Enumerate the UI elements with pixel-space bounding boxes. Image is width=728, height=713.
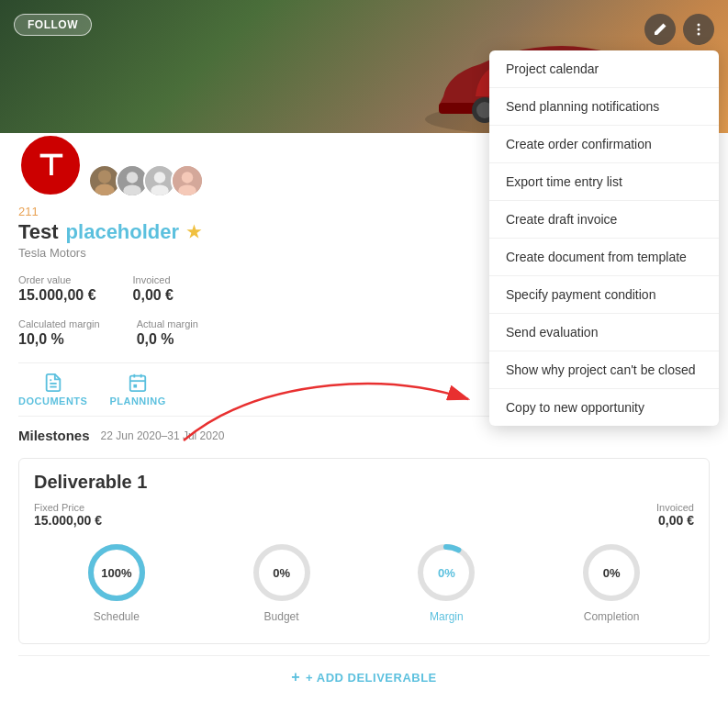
- add-deliverable-button[interactable]: + + ADD DELIVERABLE: [18, 655, 710, 698]
- dropdown-menu: Project calendar Send planning notificat…: [489, 50, 719, 426]
- dropdown-item-create-order[interactable]: Create order confirmation: [489, 126, 719, 163]
- title-highlighted: placeholder: [66, 220, 179, 244]
- fixed-price-info: Fixed Price 15.000,00 €: [34, 502, 102, 528]
- header-icons: [644, 14, 714, 45]
- progress-circles: 100% Schedule 0% Budget: [34, 540, 694, 623]
- completion-circle-item: 0% Completion: [579, 540, 644, 623]
- deliverable-invoiced-info: Invoiced 0,00 €: [656, 502, 694, 528]
- order-value: 15.000,00 €: [18, 287, 96, 304]
- invoiced-metric: Invoiced 0,00 €: [133, 274, 174, 304]
- invoiced-value: 0,00 €: [133, 287, 174, 304]
- dropdown-item-create-draft[interactable]: Create draft invoice: [489, 201, 719, 239]
- milestones-title: Milestones: [18, 428, 90, 443]
- schedule-percent: 100%: [101, 566, 131, 580]
- actual-margin-value: 0,0 %: [137, 331, 198, 348]
- avatar-4: [171, 164, 204, 197]
- documents-nav[interactable]: DOCUMENTS: [18, 373, 87, 407]
- fixed-price-value: 15.000,00 €: [34, 513, 102, 528]
- dropdown-item-send-evaluation[interactable]: Send evaluation: [489, 314, 719, 351]
- svg-point-14: [123, 184, 141, 195]
- deliverable-invoiced-label: Invoiced: [656, 502, 694, 513]
- dropdown-item-show-why[interactable]: Show why project can't be closed: [489, 351, 719, 389]
- svg-point-7: [698, 28, 700, 31]
- deliverable-section: Deliverable 1 Fixed Price 15.000,00 € In…: [18, 458, 710, 644]
- svg-rect-27: [134, 384, 138, 388]
- actual-margin-label: Actual margin: [137, 318, 198, 329]
- svg-point-10: [95, 184, 114, 197]
- svg-rect-23: [130, 376, 146, 392]
- dropdown-item-create-document[interactable]: Create document from template: [489, 239, 719, 276]
- dropdown-item-copy-opportunity[interactable]: Copy to new opportunity: [489, 389, 719, 426]
- documents-label: DOCUMENTS: [18, 395, 87, 407]
- svg-point-11: [98, 170, 111, 183]
- team-avatars: [94, 164, 204, 197]
- calc-margin-label: Calculated margin: [18, 318, 100, 329]
- documents-icon: [43, 373, 63, 393]
- order-value-metric: Order value 15.000,00 €: [18, 274, 96, 304]
- deliverable-invoiced-value: 0,00 €: [656, 513, 694, 528]
- invoiced-label: Invoiced: [133, 274, 174, 285]
- svg-point-6: [698, 24, 700, 27]
- svg-point-16: [154, 172, 165, 183]
- budget-circle: 0%: [250, 540, 314, 605]
- completion-label: Completion: [584, 610, 640, 623]
- margin-circle: 0%: [414, 540, 478, 605]
- svg-point-19: [182, 172, 193, 183]
- calc-margin-metric: Calculated margin 10,0 %: [18, 318, 100, 348]
- schedule-label: Schedule: [94, 610, 140, 623]
- deliverable-title: Deliverable 1: [34, 472, 694, 493]
- add-deliverable-label: + ADD DELIVERABLE: [306, 671, 437, 685]
- milestones-row: Milestones 22 Jun 2020–31 Jul 2020: [18, 428, 710, 443]
- schedule-circle-item: 100% Schedule: [84, 540, 149, 623]
- order-value-label: Order value: [18, 274, 96, 285]
- dropdown-item-project-calendar[interactable]: Project calendar: [489, 50, 719, 88]
- svg-point-20: [178, 184, 196, 195]
- schedule-circle: 100%: [84, 540, 149, 605]
- dropdown-item-payment-condition[interactable]: Specify payment condition: [489, 276, 719, 314]
- milestones-date: 22 Jun 2020–31 Jul 2020: [101, 429, 225, 442]
- fixed-price-label: Fixed Price: [34, 502, 102, 513]
- planning-label: PLANNING: [109, 395, 165, 407]
- title-prefix: Test: [18, 220, 59, 244]
- actual-margin-metric: Actual margin 0,0 %: [137, 318, 198, 348]
- page-wrapper: FOLLOW ⊤: [0, 0, 728, 713]
- tesla-logo-text: ⊤: [37, 148, 64, 183]
- margin-percent: 0%: [438, 566, 455, 580]
- margin-circle-item: 0% Margin: [414, 540, 478, 623]
- deliverable-meta: Fixed Price 15.000,00 € Invoiced 0,00 €: [34, 502, 694, 528]
- company-logo: ⊤: [18, 133, 83, 197]
- budget-circle-item: 0% Budget: [250, 540, 314, 623]
- completion-percent: 0%: [603, 566, 621, 580]
- svg-point-13: [127, 172, 138, 183]
- planning-nav[interactable]: PLANNING: [109, 373, 165, 407]
- margin-label: Margin: [430, 610, 464, 623]
- dropdown-item-send-planning[interactable]: Send planning notifications: [489, 88, 719, 126]
- add-deliverable-icon: +: [291, 669, 300, 685]
- favorite-star-icon[interactable]: ★: [186, 222, 201, 242]
- dropdown-item-export-time[interactable]: Export time entry list: [489, 163, 719, 201]
- planning-icon: [128, 373, 148, 393]
- budget-label: Budget: [264, 610, 299, 623]
- svg-point-17: [151, 184, 169, 195]
- svg-point-8: [698, 33, 700, 36]
- calc-margin-value: 10,0 %: [18, 331, 100, 348]
- budget-percent: 0%: [273, 566, 290, 580]
- edit-button[interactable]: [644, 14, 676, 45]
- completion-circle: 0%: [579, 540, 644, 605]
- more-options-button[interactable]: [683, 14, 714, 45]
- follow-button[interactable]: FOLLOW: [14, 14, 92, 36]
